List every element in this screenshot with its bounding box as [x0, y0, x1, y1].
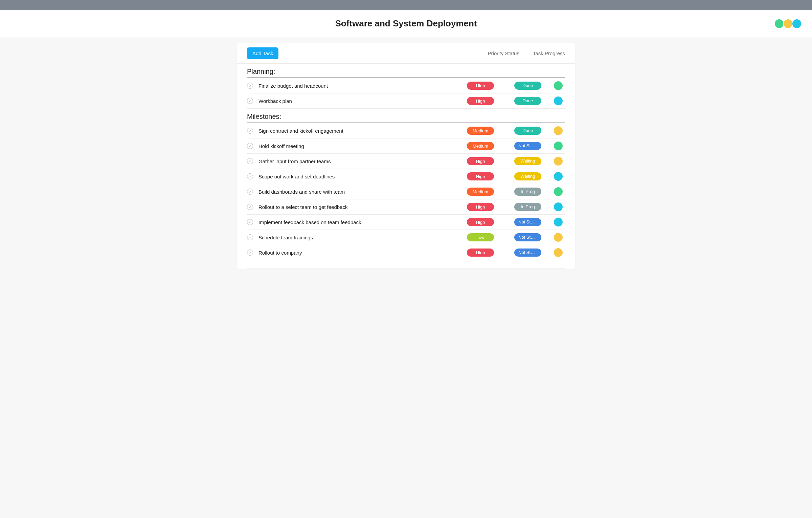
priority-pill[interactable]: High	[467, 172, 494, 180]
assignee-avatar[interactable]	[554, 202, 563, 211]
task-row[interactable]: Hold kickoff meetingMediumNot Star…	[247, 138, 565, 154]
progress-cell: Not Star…	[504, 233, 551, 241]
assignee-avatar[interactable]	[554, 172, 563, 181]
priority-cell: Medium	[457, 127, 504, 135]
priority-pill[interactable]: High	[467, 157, 494, 165]
progress-pill[interactable]: Waiting	[514, 172, 541, 180]
progress-pill[interactable]: In Prog	[514, 203, 541, 211]
toolbar: Add Task Priority Status Task Progress	[237, 43, 575, 64]
priority-cell: High	[457, 97, 504, 105]
check-circle-icon[interactable]	[247, 219, 253, 225]
progress-cell: In Prog	[504, 203, 551, 211]
task-row[interactable]: Gather input from partner teamsHighWaiti…	[247, 154, 565, 169]
assignee-avatar[interactable]	[554, 81, 563, 90]
assignee-cell	[551, 96, 565, 105]
assignee-cell	[551, 218, 565, 226]
assignee-cell	[551, 81, 565, 90]
priority-pill[interactable]: High	[467, 249, 494, 257]
progress-pill[interactable]: Done	[514, 127, 541, 135]
task-name[interactable]: Hold kickoff meeting	[258, 143, 457, 149]
check-circle-icon[interactable]	[247, 83, 253, 89]
assignee-cell	[551, 248, 565, 257]
priority-pill[interactable]: High	[467, 97, 494, 105]
priority-pill[interactable]: High	[467, 203, 494, 211]
assignee-avatar[interactable]	[554, 126, 563, 135]
priority-pill[interactable]: Medium	[467, 142, 494, 150]
progress-cell: Not Star…	[504, 142, 551, 150]
task-name[interactable]: Schedule team trainings	[258, 235, 457, 240]
check-circle-icon[interactable]	[247, 189, 253, 195]
section-title: Milestones:	[247, 113, 565, 123]
check-circle-icon[interactable]	[247, 143, 253, 149]
task-name[interactable]: Rollout to a select team to get feedback	[258, 204, 457, 210]
progress-pill[interactable]: Not Star…	[514, 142, 541, 150]
assignee-cell	[551, 202, 565, 211]
progress-cell: Done	[504, 82, 551, 90]
priority-pill[interactable]: High	[467, 82, 494, 90]
assignee-avatar[interactable]	[554, 96, 563, 105]
task-name[interactable]: Sign contract and kickoff engagement	[258, 128, 457, 134]
progress-pill[interactable]: Not Star…	[514, 249, 541, 257]
task-name[interactable]: Rollout to company	[258, 250, 457, 256]
check-circle-icon[interactable]	[247, 128, 253, 134]
add-task-button[interactable]: Add Task	[247, 47, 278, 59]
priority-cell: High	[457, 157, 504, 165]
progress-pill[interactable]: Done	[514, 97, 541, 105]
task-row[interactable]: Workback planHighDone	[247, 93, 565, 109]
check-circle-icon[interactable]	[247, 158, 253, 164]
task-row[interactable]: Build dashboards and share with teamMedi…	[247, 184, 565, 199]
priority-cell: Low	[457, 233, 504, 241]
header-avatars	[775, 19, 802, 29]
assignee-cell	[551, 157, 565, 166]
task-row[interactable]: Sign contract and kickoff engagementMedi…	[247, 123, 565, 138]
bottom-divider	[247, 268, 565, 269]
assignee-avatar[interactable]	[554, 187, 563, 196]
priority-cell: Medium	[457, 142, 504, 150]
window-top-bar	[0, 0, 812, 10]
task-section: Milestones:Sign contract and kickoff eng…	[237, 109, 575, 260]
task-row[interactable]: Scope out work and set deadlinesHighWait…	[247, 169, 565, 184]
priority-pill[interactable]: High	[467, 218, 494, 226]
assignee-avatar[interactable]	[554, 142, 563, 150]
progress-cell: Waiting	[504, 157, 551, 165]
check-circle-icon[interactable]	[247, 173, 253, 179]
progress-cell: Not Star…	[504, 218, 551, 226]
task-row[interactable]: Schedule team trainingsLowNot Star…	[247, 230, 565, 245]
progress-pill[interactable]: Not Star…	[514, 233, 541, 241]
check-circle-icon[interactable]	[247, 98, 253, 104]
progress-pill[interactable]: Done	[514, 82, 541, 90]
task-list-container: Add Task Priority Status Task Progress P…	[237, 43, 575, 269]
assignee-cell	[551, 233, 565, 242]
task-name[interactable]: Implement feedback based on team feedbac…	[258, 219, 457, 225]
assignee-avatar[interactable]	[554, 157, 563, 166]
task-name[interactable]: Finalize budget and headcount	[258, 83, 457, 89]
project-title: Software and System Deployment	[335, 18, 477, 29]
progress-cell: Done	[504, 127, 551, 135]
check-circle-icon[interactable]	[247, 204, 253, 210]
assignee-avatar[interactable]	[554, 233, 563, 242]
priority-pill[interactable]: Medium	[467, 127, 494, 135]
priority-pill[interactable]: Medium	[467, 188, 494, 196]
task-row[interactable]: Finalize budget and headcountHighDone	[247, 78, 565, 93]
collaborator-avatar[interactable]	[792, 19, 802, 29]
task-name[interactable]: Build dashboards and share with team	[258, 189, 457, 195]
assignee-avatar[interactable]	[554, 248, 563, 257]
priority-pill[interactable]: Low	[467, 233, 494, 241]
assignee-cell	[551, 126, 565, 135]
task-name[interactable]: Scope out work and set deadlines	[258, 174, 457, 179]
check-circle-icon[interactable]	[247, 234, 253, 240]
check-circle-icon[interactable]	[247, 250, 253, 256]
task-name[interactable]: Workback plan	[258, 98, 457, 104]
progress-pill[interactable]: Not Star…	[514, 218, 541, 226]
progress-cell: Done	[504, 97, 551, 105]
task-row[interactable]: Rollout to companyHighNot Star…	[247, 245, 565, 260]
progress-cell: Waiting	[504, 172, 551, 180]
task-row[interactable]: Rollout to a select team to get feedback…	[247, 199, 565, 215]
priority-cell: High	[457, 172, 504, 180]
assignee-avatar[interactable]	[554, 218, 563, 226]
progress-pill[interactable]: In Prog	[514, 188, 541, 196]
task-name[interactable]: Gather input from partner teams	[258, 158, 457, 164]
progress-pill[interactable]: Waiting	[514, 157, 541, 165]
assignee-cell	[551, 187, 565, 196]
task-row[interactable]: Implement feedback based on team feedbac…	[247, 215, 565, 230]
